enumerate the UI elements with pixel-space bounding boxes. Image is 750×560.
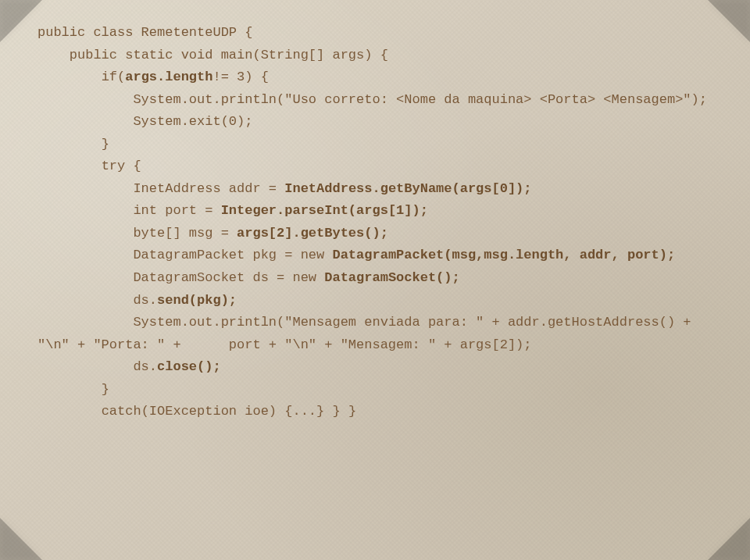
corner-top-left	[0, 0, 42, 42]
corner-bottom-left	[0, 518, 42, 560]
code-line: int port = Integer.parseInt(args[1]);	[38, 203, 428, 218]
code-line: try {	[38, 159, 141, 173]
code-line: System.exit(0);	[38, 114, 252, 129]
code-line: }	[38, 137, 109, 152]
corner-bottom-right	[708, 518, 750, 560]
code-line: public static void main(String[] args) {	[38, 48, 388, 62]
code-line: DatagramSocket ds = new DatagramSocket()…	[38, 270, 460, 285]
code-line: System.out.println("Uso correto: <Nome d…	[38, 92, 707, 107]
code-line: byte[] msg = args[2].getBytes();	[38, 226, 388, 241]
code-line: public class RemetenteUDP {	[38, 25, 252, 40]
code-line: DatagramPacket pkg = new DatagramPacket(…	[38, 248, 675, 262]
code-line: if(args.length!= 3) {	[38, 70, 269, 84]
code-line: }	[38, 382, 109, 397]
code-line: catch(IOException ioe) {...} } }	[38, 404, 356, 419]
code-line: ds.close();	[38, 359, 221, 374]
code-line: InetAddress addr = InetAddress.getByName…	[38, 181, 532, 196]
code-block: public class RemetenteUDP { public stati…	[38, 22, 719, 423]
code-line: ds.send(pkg);	[38, 293, 237, 308]
code-line: System.out.println("Mensagem enviada par…	[38, 315, 699, 352]
